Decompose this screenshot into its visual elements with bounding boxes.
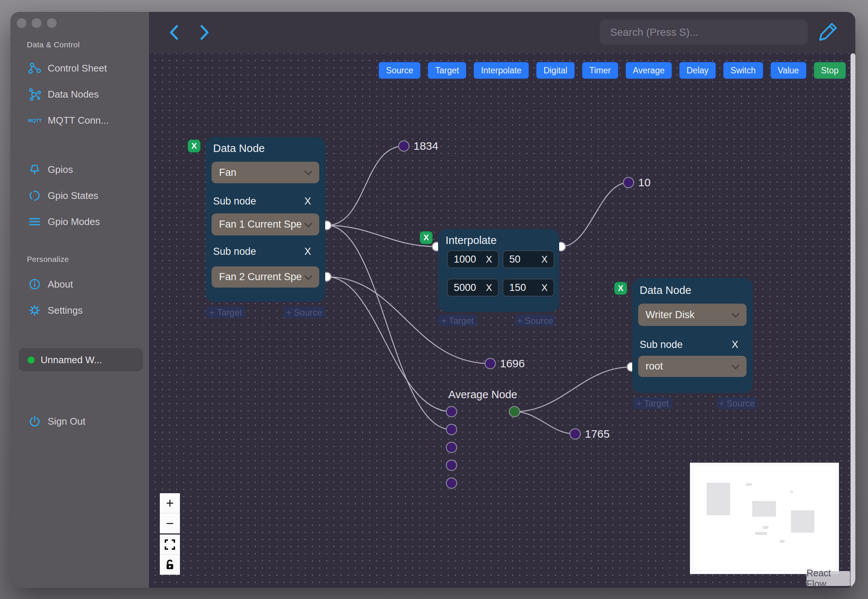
interpolate-input-y1[interactable]: 50 X bbox=[502, 250, 554, 268]
app-window: Data & Control Control Sheet Data Nodes bbox=[11, 12, 855, 588]
traffic-light-close-button[interactable] bbox=[17, 18, 26, 28]
minimap-node-rect bbox=[791, 491, 793, 493]
sidebar-item-gpios[interactable]: Gpios bbox=[27, 162, 73, 177]
sidebar-section-data-control: Data & Control bbox=[27, 40, 80, 49]
average-node-title: Average Node bbox=[443, 388, 522, 401]
sidebar-item-control-sheet[interactable]: Control Sheet bbox=[27, 61, 107, 75]
remove-sub2-button[interactable]: X bbox=[304, 246, 311, 257]
sidebar-item-data-nodes[interactable]: Data Nodes bbox=[27, 87, 99, 102]
zoom-in-button[interactable]: + bbox=[160, 493, 180, 513]
sidebar-item-about[interactable]: About bbox=[27, 277, 73, 292]
add-value-button[interactable]: Value bbox=[770, 62, 807, 79]
edge-value-label: 1696 bbox=[500, 357, 525, 370]
edit-pencil-icon[interactable] bbox=[816, 21, 839, 44]
edge-average-writer[interactable] bbox=[514, 367, 632, 412]
clear-value-button[interactable]: X bbox=[541, 254, 548, 265]
edge-fan2-average[interactable] bbox=[327, 277, 451, 412]
average-output-port[interactable] bbox=[509, 406, 520, 417]
clear-value-button[interactable]: X bbox=[486, 282, 492, 293]
sidebar-item-label: MQTT Conn... bbox=[48, 115, 109, 126]
add-average-button[interactable]: Average bbox=[625, 62, 672, 79]
minimap-node-rect bbox=[746, 483, 752, 486]
remove-sub1-button[interactable]: X bbox=[304, 196, 311, 207]
lock-toggle-button[interactable] bbox=[160, 555, 180, 575]
mqtt-icon: MQTT bbox=[27, 113, 42, 127]
edge-fan1-1834[interactable] bbox=[327, 146, 404, 225]
stop-button[interactable]: Stop bbox=[813, 62, 846, 79]
writer-add-target-pill[interactable]: + Target bbox=[633, 397, 672, 409]
minimap[interactable] bbox=[690, 463, 839, 574]
add-delay-button[interactable]: Delay bbox=[679, 62, 716, 79]
main-area: Source Target Interpolate Digital Timer … bbox=[149, 12, 855, 588]
vertical-scrollbar[interactable] bbox=[850, 53, 855, 588]
sidebar-item-settings[interactable]: Settings bbox=[27, 303, 83, 318]
interpolate-input-x2[interactable]: 5000 X bbox=[447, 278, 499, 296]
react-flow-attribution-link[interactable]: React Flow bbox=[806, 571, 850, 586]
port-value-1696[interactable] bbox=[485, 358, 495, 369]
zoom-out-button[interactable]: − bbox=[160, 513, 180, 533]
minimap-node-rect bbox=[791, 510, 814, 533]
sidebar-item-gpio-states[interactable]: Gpio States bbox=[27, 188, 98, 203]
traffic-light-zoom-button[interactable] bbox=[47, 18, 57, 28]
menu-lines-icon bbox=[27, 215, 42, 229]
writer-device-select[interactable]: Writer Disk bbox=[638, 304, 746, 326]
add-source-button[interactable]: Source bbox=[378, 62, 421, 79]
sidebar-item-label: Gpio States bbox=[48, 190, 98, 202]
edge-value-label: 10 bbox=[638, 176, 650, 189]
traffic-light-minimize-button[interactable] bbox=[32, 18, 41, 28]
gear-icon bbox=[27, 303, 42, 318]
fan-data-node[interactable]: Data Node Fan Sub node X Fan 1 Current S… bbox=[206, 137, 325, 302]
minimap-node-rect bbox=[763, 526, 769, 529]
interpolate-input-y2[interactable]: 150 X bbox=[502, 278, 554, 296]
sidebar-item-sign-out[interactable]: Sign Out bbox=[27, 414, 85, 429]
sidebar-item-workflow-selected[interactable]: Unnamed W... bbox=[19, 348, 143, 372]
average-input-port-5[interactable] bbox=[446, 478, 457, 488]
sidebar-item-mqtt-connections[interactable]: MQTT MQTT Conn... bbox=[27, 113, 109, 128]
writer-sub-select[interactable]: root bbox=[638, 356, 746, 377]
minimap-node-rect bbox=[707, 483, 730, 515]
node-title: Interpolate bbox=[445, 234, 496, 247]
average-input-port-4[interactable] bbox=[446, 460, 457, 471]
workflow-status-dot bbox=[27, 357, 35, 364]
fan-add-target-pill[interactable]: + Target bbox=[206, 307, 245, 318]
add-digital-button[interactable]: Digital bbox=[536, 62, 575, 79]
forward-button[interactable] bbox=[197, 23, 212, 42]
interpolate-add-target-pill[interactable]: + Target bbox=[438, 315, 477, 326]
interpolate-node-delete-button[interactable]: X bbox=[420, 231, 433, 244]
search-input[interactable] bbox=[600, 20, 808, 45]
average-input-port-3[interactable] bbox=[446, 442, 457, 453]
interpolate-input-x1[interactable]: 1000 X bbox=[447, 250, 499, 268]
port-value-10[interactable] bbox=[623, 177, 634, 188]
average-input-port-2[interactable] bbox=[446, 424, 457, 435]
add-interpolate-button[interactable]: Interpolate bbox=[473, 62, 530, 79]
flow-canvas[interactable]: Source Target Interpolate Digital Timer … bbox=[149, 53, 855, 588]
port-value-1765[interactable] bbox=[570, 429, 581, 439]
average-input-port-1[interactable] bbox=[446, 406, 457, 417]
fan-add-source-pill[interactable]: + Source bbox=[283, 307, 325, 318]
add-timer-button[interactable]: Timer bbox=[582, 62, 619, 79]
writer-node-delete-button[interactable]: X bbox=[614, 282, 627, 295]
writer-data-node[interactable]: Data Node Writer Disk Sub node X root bbox=[632, 278, 752, 393]
fan-device-select[interactable]: Fan bbox=[212, 162, 319, 183]
clear-value-button[interactable]: X bbox=[486, 254, 492, 265]
port-value-1834[interactable] bbox=[399, 141, 409, 151]
fit-view-button[interactable] bbox=[160, 534, 180, 555]
back-button[interactable] bbox=[167, 23, 182, 42]
interpolate-node[interactable]: Interpolate 1000 X 50 X 5000 X 150 X bbox=[438, 229, 559, 312]
edge-average-1765[interactable] bbox=[514, 412, 575, 434]
clear-value-button[interactable]: X bbox=[541, 282, 548, 293]
writer-add-source-pill[interactable]: + Source bbox=[717, 397, 757, 409]
interpolate-add-source-pill[interactable]: + Source bbox=[515, 315, 555, 326]
fan-node-delete-button[interactable]: X bbox=[188, 140, 200, 152]
minimap-node-rect bbox=[755, 532, 767, 535]
edge-fan1-average[interactable] bbox=[327, 225, 451, 429]
remove-sub-button[interactable]: X bbox=[732, 339, 739, 351]
chevron-down-icon bbox=[732, 310, 740, 318]
add-switch-button[interactable]: Switch bbox=[723, 62, 764, 79]
sidebar-item-gpio-modes[interactable]: Gpio Modes bbox=[27, 214, 100, 229]
fan-sub2-select[interactable]: Fan 2 Current Spe bbox=[212, 266, 319, 287]
fan-sub1-select[interactable]: Fan 1 Current Spe bbox=[212, 214, 319, 235]
edge-interpolate-10[interactable] bbox=[561, 182, 629, 247]
add-target-button[interactable]: Target bbox=[427, 62, 467, 79]
chevron-down-icon bbox=[732, 361, 740, 369]
